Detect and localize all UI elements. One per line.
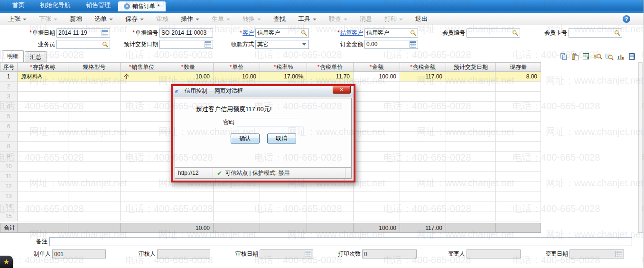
grid-cell[interactable] bbox=[400, 102, 446, 112]
grid-cell[interactable] bbox=[446, 102, 496, 112]
grid-cell[interactable] bbox=[18, 162, 68, 172]
grid-cell[interactable] bbox=[18, 172, 68, 182]
help-icon[interactable] bbox=[623, 15, 630, 23]
toolbar-button[interactable]: 上张 bbox=[2, 13, 33, 25]
grid-row[interactable]: 15 bbox=[0, 211, 541, 221]
row-number-cell[interactable]: 11 bbox=[0, 172, 18, 182]
grid-cell[interactable]: 100.00 bbox=[354, 72, 400, 82]
grid-cell[interactable] bbox=[121, 211, 163, 221]
dialog-close-button[interactable] bbox=[333, 86, 351, 94]
grid-cell[interactable] bbox=[446, 132, 496, 142]
grid-cell[interactable]: 11.70 bbox=[307, 72, 354, 82]
search-icon[interactable] bbox=[512, 30, 518, 36]
grid-cell[interactable] bbox=[354, 172, 400, 182]
grid-cell[interactable]: 原材料A bbox=[18, 72, 68, 82]
tab-init-nav[interactable]: 初始化导航 bbox=[32, 0, 78, 11]
doc-date-input[interactable]: 2014-11-19 bbox=[56, 29, 110, 38]
settle-customer-input[interactable]: 信用客户 bbox=[364, 29, 418, 38]
grid-cell[interactable] bbox=[68, 82, 121, 92]
member-card-input[interactable] bbox=[569, 29, 622, 38]
copy-icon[interactable] bbox=[559, 52, 569, 61]
grid-column-header[interactable]: 现存量 bbox=[496, 62, 541, 72]
calendar-icon[interactable] bbox=[205, 41, 211, 48]
note-input[interactable] bbox=[49, 237, 632, 246]
grid-row[interactable]: 1原材料A个10.0010.0017.00%11.70100.00117.008… bbox=[0, 72, 541, 82]
grid-cell[interactable]: 10.00 bbox=[163, 72, 214, 82]
grid-cell[interactable] bbox=[121, 132, 163, 142]
row-number-cell[interactable]: 8 bbox=[0, 142, 18, 152]
grid-cell[interactable] bbox=[121, 82, 163, 92]
grid-cell[interactable] bbox=[68, 201, 121, 211]
grid-cell[interactable] bbox=[214, 191, 260, 201]
grid-cell[interactable] bbox=[307, 182, 354, 191]
grid-cell[interactable] bbox=[496, 142, 541, 152]
grid-cell[interactable] bbox=[18, 152, 68, 162]
tab-home[interactable]: 首页 bbox=[5, 0, 32, 11]
password-input[interactable] bbox=[237, 118, 303, 126]
grid-cell[interactable] bbox=[400, 122, 446, 132]
grid-cell[interactable] bbox=[68, 112, 121, 122]
vertical-scrollbar[interactable] bbox=[638, 62, 643, 233]
grid-cell[interactable] bbox=[260, 191, 307, 201]
grid-cell[interactable] bbox=[354, 132, 400, 142]
grid-cell[interactable] bbox=[400, 112, 446, 122]
grid-cell[interactable] bbox=[68, 122, 121, 132]
row-number-cell[interactable]: 1 bbox=[0, 72, 18, 82]
close-tab-icon[interactable] bbox=[124, 3, 130, 10]
grid-column-header[interactable]: 含税金额 bbox=[400, 62, 446, 72]
grid-cell[interactable] bbox=[121, 182, 163, 191]
grid-cell[interactable] bbox=[354, 142, 400, 152]
grid-cell[interactable] bbox=[18, 201, 68, 211]
grid-column-header[interactable]: 规格型号 bbox=[68, 62, 121, 72]
grid-cell[interactable] bbox=[68, 191, 121, 201]
toolbar-button[interactable]: 退出 bbox=[409, 13, 434, 25]
grid-cell[interactable] bbox=[307, 201, 354, 211]
grid-cell[interactable] bbox=[496, 92, 541, 102]
grid-cell[interactable] bbox=[354, 201, 400, 211]
grid-cell[interactable] bbox=[496, 211, 541, 221]
customer-input[interactable]: 信用客户 bbox=[255, 29, 309, 38]
grid-cell[interactable] bbox=[260, 201, 307, 211]
grid-cell[interactable] bbox=[354, 112, 400, 122]
grid-cell[interactable] bbox=[496, 102, 541, 112]
grid-cell[interactable] bbox=[68, 152, 121, 162]
row-number-cell[interactable]: 2 bbox=[0, 82, 18, 92]
tab-sales-mgmt[interactable]: 销售管理 bbox=[78, 0, 118, 11]
row-number-cell[interactable]: 15 bbox=[0, 211, 18, 221]
grid-cell[interactable] bbox=[496, 162, 541, 172]
member-no-input[interactable] bbox=[467, 29, 520, 38]
row-number-cell[interactable]: 14 bbox=[0, 201, 18, 211]
grid-column-header[interactable]: 序号 bbox=[0, 62, 18, 72]
grid-cell[interactable] bbox=[68, 92, 121, 102]
grid-cell[interactable] bbox=[446, 211, 496, 221]
payment-method-select[interactable]: 其它 bbox=[255, 40, 309, 49]
grid-cell[interactable] bbox=[496, 201, 541, 211]
search-icon[interactable] bbox=[301, 30, 307, 36]
price-search-icon[interactable]: $ bbox=[593, 52, 603, 61]
tab-summary[interactable]: 汇总 bbox=[25, 51, 47, 62]
grid-cell[interactable] bbox=[214, 201, 260, 211]
grid-cell[interactable]: 8.00 bbox=[496, 72, 541, 82]
grid-cell[interactable] bbox=[354, 162, 400, 172]
grid-cell[interactable] bbox=[18, 142, 68, 152]
grid-cell[interactable] bbox=[307, 211, 354, 221]
doc-no-input[interactable]: SO-2014-11-0003 bbox=[159, 29, 213, 38]
grid-cell[interactable] bbox=[496, 82, 541, 92]
grid-cell[interactable] bbox=[400, 92, 446, 102]
grid-row[interactable]: 12 bbox=[0, 182, 541, 191]
grid-cell[interactable] bbox=[354, 122, 400, 132]
grid-cell[interactable] bbox=[121, 142, 163, 152]
grid-cell[interactable] bbox=[121, 92, 163, 102]
grid-column-header[interactable]: 单价 bbox=[214, 62, 260, 72]
grid-cell[interactable] bbox=[446, 112, 496, 122]
grid-row[interactable]: 13 bbox=[0, 191, 541, 201]
favorite-star-icon[interactable] bbox=[0, 256, 13, 268]
toolbar-button[interactable]: 工具 bbox=[292, 13, 323, 25]
grid-cell[interactable] bbox=[121, 201, 163, 211]
grid-cell[interactable] bbox=[446, 92, 496, 102]
grid-cell[interactable] bbox=[18, 132, 68, 142]
grid-cell[interactable] bbox=[354, 102, 400, 112]
grid-cell[interactable] bbox=[400, 211, 446, 221]
grid-cell[interactable] bbox=[307, 191, 354, 201]
grid-cell[interactable] bbox=[68, 162, 121, 172]
